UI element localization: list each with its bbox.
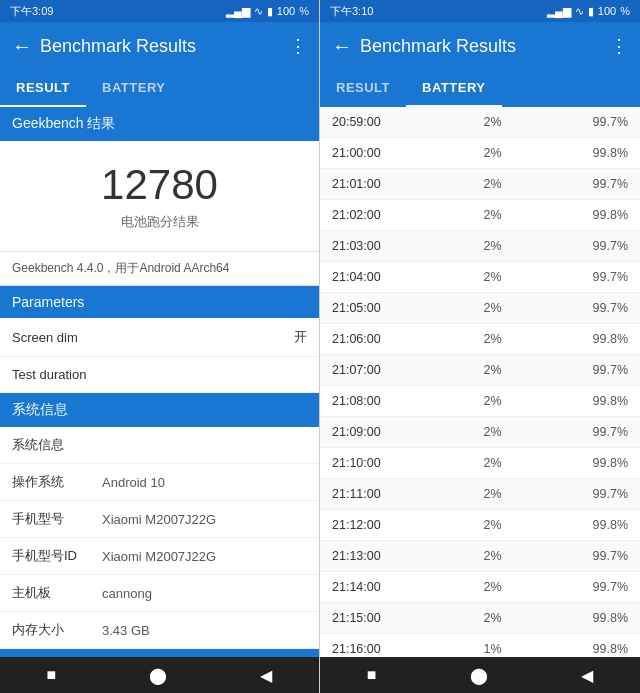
right-top-bar: ← Benchmark Results ⋮ — [320, 22, 640, 70]
geekbench-header: Geekbench 结果 — [0, 107, 319, 141]
left-more-button[interactable]: ⋮ — [289, 35, 307, 57]
data-time: 21:02:00 — [332, 208, 412, 222]
data-pct2: 99.7% — [573, 239, 628, 253]
memory-label: 内存大小 — [12, 621, 102, 639]
data-time: 21:13:00 — [332, 549, 412, 563]
left-top-bar: ← Benchmark Results ⋮ — [0, 22, 319, 70]
left-nav-bar: ■ ⬤ ◀ — [0, 657, 319, 693]
left-back-button[interactable]: ← — [12, 35, 32, 58]
board-row: 主机板 cannong — [0, 575, 319, 612]
data-pct1: 2% — [412, 146, 573, 160]
data-time: 21:15:00 — [332, 611, 412, 625]
battery-data-table: 20:59:002%99.7%21:00:002%99.8%21:01:002%… — [320, 107, 640, 657]
data-pct2: 99.8% — [573, 208, 628, 222]
data-time: 21:07:00 — [332, 363, 412, 377]
table-row: 21:06:002%99.8% — [320, 324, 640, 355]
data-pct1: 2% — [412, 239, 573, 253]
data-pct1: 2% — [412, 611, 573, 625]
system-info-header: 系统信息 — [0, 393, 319, 427]
data-time: 21:10:00 — [332, 456, 412, 470]
table-row: 21:16:001%99.8% — [320, 634, 640, 657]
data-time: 21:12:00 — [332, 518, 412, 532]
parameters-header: Parameters — [0, 286, 319, 318]
stop-button-left[interactable]: ■ — [47, 666, 57, 684]
data-time: 21:01:00 — [332, 177, 412, 191]
table-row: 21:02:002%99.8% — [320, 200, 640, 231]
table-row: 21:12:002%99.8% — [320, 510, 640, 541]
processor-header: 处理器信息 — [0, 649, 319, 657]
tab-battery-left[interactable]: BATTERY — [86, 70, 181, 107]
right-battery-value: 100 — [598, 5, 616, 17]
board-value: cannong — [102, 586, 152, 601]
left-status-bar: 下午3:09 ▂▄▆ ∿ ▮ 100% — [0, 0, 319, 22]
data-pct2: 99.8% — [573, 394, 628, 408]
data-pct2: 99.7% — [573, 270, 628, 284]
tab-result-right[interactable]: RESULT — [320, 70, 406, 107]
right-status-bar: 下午3:10 ▂▄▆ ∿ ▮ 100% — [320, 0, 640, 22]
data-pct1: 2% — [412, 549, 573, 563]
table-row: 21:07:002%99.7% — [320, 355, 640, 386]
data-time: 21:08:00 — [332, 394, 412, 408]
right-wifi-icon: ∿ — [575, 5, 584, 18]
right-battery-icon: ▮ — [588, 5, 594, 18]
model-value: Xiaomi M2007J22G — [102, 512, 216, 527]
data-pct2: 99.8% — [573, 146, 628, 160]
data-pct2: 99.7% — [573, 580, 628, 594]
table-row: 21:10:002%99.8% — [320, 448, 640, 479]
data-time: 21:03:00 — [332, 239, 412, 253]
board-label: 主机板 — [12, 584, 102, 602]
version-text: Geekbench 4.4.0，用于Android AArch64 — [0, 252, 319, 286]
screen-dim-value: 开 — [294, 328, 307, 346]
data-pct1: 2% — [412, 270, 573, 284]
data-pct2: 99.8% — [573, 456, 628, 470]
data-pct2: 99.7% — [573, 363, 628, 377]
memory-value: 3.43 GB — [102, 623, 150, 638]
data-pct2: 99.7% — [573, 425, 628, 439]
home-button-right[interactable]: ⬤ — [470, 666, 488, 685]
table-row: 21:09:002%99.7% — [320, 417, 640, 448]
right-tab-bar: RESULT BATTERY — [320, 70, 640, 107]
data-time: 21:06:00 — [332, 332, 412, 346]
back-button-left[interactable]: ◀ — [260, 666, 272, 685]
data-time: 21:14:00 — [332, 580, 412, 594]
data-pct2: 99.8% — [573, 518, 628, 532]
test-duration-label: Test duration — [12, 367, 307, 382]
data-time: 21:05:00 — [332, 301, 412, 315]
left-status-icons: ▂▄▆ ∿ ▮ 100% — [226, 5, 309, 18]
score-section: 12780 电池跑分结果 — [0, 141, 319, 252]
back-button-right[interactable]: ◀ — [581, 666, 593, 685]
tab-battery-right[interactable]: BATTERY — [406, 70, 501, 107]
left-panel: 下午3:09 ▂▄▆ ∿ ▮ 100% ← Benchmark Results … — [0, 0, 320, 693]
table-row: 21:01:002%99.7% — [320, 169, 640, 200]
data-time: 21:16:00 — [332, 642, 412, 656]
right-status-icons: ▂▄▆ ∿ ▮ 100% — [547, 5, 630, 18]
table-row: 21:11:002%99.7% — [320, 479, 640, 510]
data-time: 20:59:00 — [332, 115, 412, 129]
battery-value: 100 — [277, 5, 295, 17]
tab-result-left[interactable]: RESULT — [0, 70, 86, 107]
data-time: 21:00:00 — [332, 146, 412, 160]
right-more-button[interactable]: ⋮ — [610, 35, 628, 57]
table-row: 21:15:002%99.8% — [320, 603, 640, 634]
table-row: 21:04:002%99.7% — [320, 262, 640, 293]
model-id-value: Xiaomi M2007J22G — [102, 549, 216, 564]
data-pct1: 2% — [412, 332, 573, 346]
stop-button-right[interactable]: ■ — [367, 666, 377, 684]
right-back-button[interactable]: ← — [332, 35, 352, 58]
table-row: 21:05:002%99.7% — [320, 293, 640, 324]
home-button-left[interactable]: ⬤ — [149, 666, 167, 685]
data-pct1: 2% — [412, 301, 573, 315]
data-pct1: 2% — [412, 177, 573, 191]
left-time: 下午3:09 — [10, 4, 53, 19]
battery-icon: ▮ — [267, 5, 273, 18]
data-pct2: 99.7% — [573, 177, 628, 191]
data-pct2: 99.8% — [573, 611, 628, 625]
table-row: 21:03:002%99.7% — [320, 231, 640, 262]
data-pct1: 2% — [412, 208, 573, 222]
test-duration-row: Test duration — [0, 357, 319, 393]
os-value: Android 10 — [102, 475, 165, 490]
memory-row: 内存大小 3.43 GB — [0, 612, 319, 649]
data-pct1: 2% — [412, 363, 573, 377]
wifi-icon: ∿ — [254, 5, 263, 18]
data-pct2: 99.7% — [573, 487, 628, 501]
